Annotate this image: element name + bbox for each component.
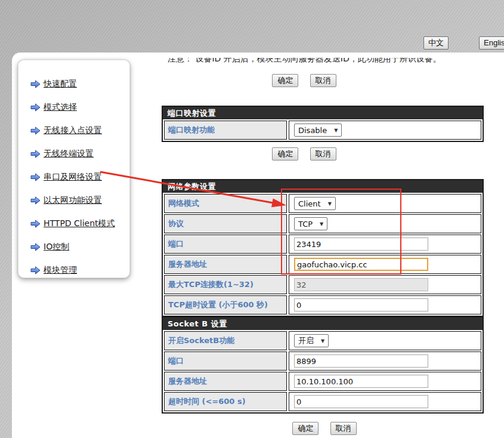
blue-arrow-icon [30,243,41,251]
dropdown-select[interactable]: 开启▼ [294,334,329,347]
table-row: 最大TCP连接数(1~32) [164,275,481,294]
table-row: 网络模式Client▼ [164,194,481,213]
sidebar-item-httpd-client[interactable]: HTTPD Client模式 [30,212,129,235]
field-label: 最大TCP连接数(1~32) [164,275,287,294]
text-input[interactable] [294,258,428,271]
field-value-cell [289,275,481,294]
ok-button[interactable]: 确定 [292,422,319,435]
dropdown-selected-value: 开启 [298,335,314,346]
dropdown-selected-value: Client [298,199,321,208]
blue-arrow-icon [30,196,41,205]
table-row: 端口映射功能Disable▼ [164,121,481,140]
sidebar-item-module-manage[interactable]: 模块管理 [30,258,129,282]
table-row: 服务器地址 [164,372,481,391]
sidebar-item-label: 以太网功能设置 [44,195,102,206]
form-actions-middle: 确定 取消 [143,147,465,161]
field-label: 开启SocketB功能 [164,331,287,350]
field-label: TCP超时设置 (小于600 秒) [164,295,287,314]
field-value-cell: Disable▼ [289,121,481,140]
form-actions-bottom: 确定 取消 [163,422,486,435]
dropdown-arrow-icon: ▼ [320,221,323,227]
dropdown-arrow-icon: ▼ [321,338,324,344]
cancel-button[interactable]: 取消 [310,74,336,87]
dropdown-selected-value: Disable [298,126,327,135]
language-chinese-button[interactable]: 中文 [423,36,449,50]
field-value-cell [289,235,481,254]
table-row: TCP超时设置 (小于600 秒) [164,295,481,314]
port-mapping-table: 端口映射设置 端口映射功能Disable▼ [162,106,484,142]
text-input[interactable] [294,375,428,388]
blue-arrow-icon [30,220,41,228]
field-label: 服务器地址 [164,255,287,274]
dropdown-arrow-icon: ▼ [334,128,338,133]
dropdown-select[interactable]: Disable▼ [294,124,342,137]
sidebar-item-mode-select[interactable]: 模式选择 [30,95,129,119]
table-row: 端口 [164,235,481,254]
field-value-cell [289,295,481,314]
text-input[interactable] [294,354,428,368]
sidebar-item-label: 无线接入点设置 [44,125,102,136]
field-label: 端口 [164,351,287,371]
sidebar-item-ethernet[interactable]: 以太网功能设置 [30,189,129,212]
sidebar-item-quick-config[interactable]: 快速配置 [30,72,129,95]
field-value-cell [289,351,481,371]
field-label: 服务器地址 [164,372,287,391]
table-row: 服务器地址 [164,255,481,274]
sidebar-item-label: 模块管理 [44,265,77,276]
socket-b-table-title: Socket B 设置 [163,317,483,330]
blue-arrow-icon [30,80,41,88]
dropdown-selected-value: TCP [298,220,313,229]
field-value-cell [289,392,481,411]
cancel-button[interactable]: 取消 [330,422,357,435]
table-row: 协议TCP▼ [164,214,481,233]
sidebar-item-label: 无线终端设置 [44,149,94,159]
form-actions-top: 确定 取消 [143,74,465,87]
text-input[interactable] [294,237,428,251]
sidebar-item-io-control[interactable]: IO控制 [30,235,129,258]
cancel-button[interactable]: 取消 [310,147,336,161]
text-input[interactable] [294,395,428,408]
blue-arrow-icon [30,266,41,274]
field-value-cell: 开启▼ [289,331,481,350]
field-value-cell [289,255,481,274]
ok-button[interactable]: 确定 [272,74,298,87]
text-input[interactable] [294,278,428,291]
field-value-cell [289,372,481,391]
blue-arrow-icon [30,103,41,112]
field-label: 网络模式 [164,194,287,213]
sidebar-item-uart-network[interactable]: 串口及网络设置 [30,165,129,189]
sidebar-item-label: 模式选择 [44,102,77,113]
sidebar-item-label: 快速配置 [44,79,77,90]
dropdown-arrow-icon: ▼ [328,201,332,206]
network-params-table-title: 网络参数设置 [163,180,483,193]
field-value-cell: Client▼ [289,194,481,213]
network-params-table: 网络参数设置 网络模式Client▼协议TCP▼端口服务器地址最大TCP连接数(… [162,179,484,317]
field-label: 协议 [164,214,287,233]
sidebar-item-wireless-sta[interactable]: 无线终端设置 [30,142,129,165]
note-line-clip: 注意： 设备ID 开启后，模块主动向服务器发送ID，此功能用于辨识设备。 [168,58,448,67]
language-english-button[interactable]: English [479,36,504,50]
sidebar-item-label: IO控制 [44,242,69,252]
blue-arrow-icon [30,173,41,181]
sidebar-nav: 快速配置模式选择无线接入点设置无线终端设置串口及网络设置以太网功能设置HTTPD… [18,60,130,278]
field-label: 超时时间 (<=600 s) [164,392,287,411]
field-value-cell: TCP▼ [289,214,481,233]
port-mapping-table-title: 端口映射设置 [163,107,483,119]
note-text: 注意： 设备ID 开启后，模块主动向服务器发送ID，此功能用于辨识设备。 [168,58,448,64]
sidebar-item-wireless-ap[interactable]: 无线接入点设置 [30,119,129,142]
dropdown-select[interactable]: TCP▼ [294,217,327,230]
table-row: 端口 [164,351,481,371]
field-label: 端口映射功能 [164,121,287,140]
field-label: 端口 [164,235,287,254]
sidebar-item-label: HTTPD Client模式 [44,218,115,229]
blue-arrow-icon [30,150,41,158]
text-input[interactable] [294,298,428,311]
ok-button[interactable]: 确定 [272,147,298,161]
socket-b-table: Socket B 设置 开启SocketB功能开启▼端口服务器地址超时时间 (<… [162,316,484,414]
dropdown-select[interactable]: Client▼ [294,197,336,210]
table-row: 超时时间 (<=600 s) [164,392,481,411]
table-row: 开启SocketB功能开启▼ [164,331,481,350]
blue-arrow-icon [30,127,41,135]
sidebar-item-label: 串口及网络设置 [44,172,102,183]
